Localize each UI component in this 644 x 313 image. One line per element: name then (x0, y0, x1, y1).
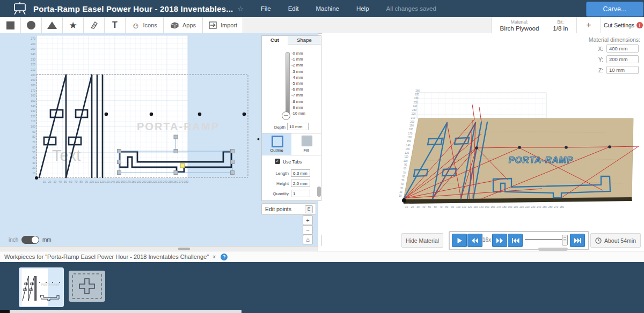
menu-edit[interactable]: Edit (288, 5, 299, 12)
tool-apps[interactable]: Apps (164, 17, 203, 33)
tool-rectangle[interactable] (0, 17, 21, 33)
tool-pen[interactable] (84, 17, 105, 33)
ruler-tick-label: 140 (31, 105, 35, 108)
use-tabs-checkbox[interactable]: ✓ (275, 159, 280, 164)
depth-input[interactable] (287, 123, 309, 130)
bottom-scrollbar-track[interactable] (10, 310, 241, 313)
ruler-tick-label: 180 (502, 206, 507, 208)
ruler-tick-label: 260 (414, 97, 419, 100)
tab-shape[interactable]: Shape (288, 36, 321, 44)
zoom-out-button[interactable]: − (303, 225, 313, 235)
ruler-tick-label: 280 (184, 180, 189, 183)
hide-material-button[interactable]: Hide Material (401, 233, 443, 248)
bottom-scrollbar[interactable] (0, 310, 644, 313)
slower-button[interactable] (467, 234, 482, 247)
ruler-tick-label: 170 (31, 89, 35, 92)
add-workpiece-button[interactable] (69, 271, 105, 302)
faster-button[interactable] (492, 234, 507, 247)
horizontal-ruler-3d: 1020304050607080901001101201301401501601… (405, 206, 564, 208)
skip-end-button[interactable] (570, 234, 585, 247)
ruler-tick-label: 10 (32, 172, 35, 175)
tool-import[interactable]: Import (203, 17, 243, 33)
ruler-tick-label: 100 (404, 160, 408, 162)
ruler-tick-label: 50 (401, 179, 405, 182)
ruler-tick-label: 220 (31, 63, 35, 66)
project-title[interactable]: Porta-Ramp Easel Power Hour - 2018 Inven… (33, 4, 233, 13)
bottom-scrollbar-thumb[interactable] (0, 310, 10, 313)
ruler-tick-label: 110 (94, 180, 99, 183)
slider-label: -2 mm (291, 62, 305, 68)
ruler-tick-label: 110 (404, 155, 408, 158)
apps-label: Apps (182, 22, 196, 28)
dim-x-input[interactable] (606, 44, 639, 53)
play-button[interactable] (452, 234, 467, 247)
tool-circle[interactable] (21, 17, 42, 33)
skip-start-button[interactable] (508, 234, 523, 247)
estimated-time-button[interactable]: About 54min (590, 233, 641, 248)
rotate-handle[interactable] (174, 135, 178, 139)
dim-y-input[interactable] (606, 55, 639, 63)
dim-z-input[interactable] (606, 66, 639, 74)
ruler-tick-label: 180 (31, 84, 35, 87)
collapse-chevron-icon[interactable]: » (211, 255, 218, 258)
favorite-star-icon[interactable]: ☆ (237, 5, 244, 13)
tool-icons[interactable]: ☺ Icons (126, 17, 164, 33)
cut-type-outline[interactable]: Outline (262, 133, 292, 155)
edit-points-button[interactable]: Edit points E (261, 203, 316, 215)
ruler-tick-label: 280 (560, 206, 564, 208)
selected-node-yellow[interactable] (180, 163, 185, 168)
watermark-text[interactable]: PORTA-RAMP (137, 121, 219, 132)
quantity-input[interactable] (291, 190, 310, 197)
height-input[interactable] (291, 180, 310, 187)
warning-badge-icon: ! (636, 22, 643, 28)
length-input[interactable] (291, 169, 310, 177)
zoom-home-button[interactable]: ⌂ (303, 235, 313, 244)
tool-star[interactable]: ★ (63, 17, 84, 33)
dim-z-label: Z: (590, 68, 603, 73)
depth-slider-track[interactable] (286, 52, 290, 118)
vertical-ruler-2d: 2702602502402302202102001901801701601501… (31, 37, 35, 175)
add-workpiece-icon (69, 271, 105, 302)
menu-help[interactable]: Help (356, 5, 369, 12)
ruler-tick-label: 160 (491, 206, 495, 208)
preview-3d[interactable]: PORTA-RAMP 10203040506070809010011012013… (322, 33, 644, 251)
ruler-tick-label: 160 (121, 180, 126, 183)
ruler-tick-label: 10 (405, 206, 408, 208)
v-scrollbar-thumb[interactable] (317, 187, 321, 197)
ruler-tick-label: 210 (31, 68, 35, 71)
ruler-tick-label: 100 (89, 180, 94, 183)
cut-settings-button[interactable]: Cut Settings ! (601, 17, 644, 33)
help-icon[interactable]: ? (221, 254, 228, 260)
workpiece-thumbnail-active[interactable]: PORTA-RAMP (19, 267, 64, 307)
ruler-tick-label: 110 (462, 206, 466, 208)
cut-type-fill[interactable]: Fill (291, 133, 321, 155)
menu-file[interactable]: File (261, 5, 271, 12)
carve-button[interactable]: Carve... (586, 2, 643, 17)
tool-text[interactable]: T (105, 17, 126, 33)
ruler-tick-label: 140 (406, 144, 411, 147)
tool-triangle[interactable] (42, 17, 63, 33)
workpieces-header[interactable]: Workpieces for "Porta-Ramp Easel Power H… (0, 251, 644, 263)
ruler-tick-label: 170 (126, 180, 131, 183)
ruler-tick-label: 130 (473, 206, 478, 208)
h-scrollbar-thumb[interactable] (178, 248, 190, 250)
add-bit-button[interactable]: + (576, 17, 601, 33)
ruler-tick-label: 260 (548, 206, 552, 208)
clock-icon (595, 237, 602, 244)
depth-slider-handle[interactable] (282, 111, 290, 120)
material-bit-selector[interactable]: Material: Birch Plywood Bit: 1/8 in (491, 17, 576, 33)
zoom-in-button[interactable]: + (303, 215, 313, 225)
origin-dot-3d (402, 198, 406, 203)
titlebar: Porta-Ramp Easel Power Hour - 2018 Inven… (0, 0, 644, 17)
text-tool-icon: T (112, 20, 118, 30)
sim-progress-handle[interactable] (562, 235, 568, 245)
ruler-tick-label: 90 (451, 206, 455, 208)
ruler-tick-label: 80 (445, 206, 449, 208)
tab-cut[interactable]: Cut (262, 36, 288, 44)
collapse-panel-arrow[interactable]: ◂ (257, 136, 259, 141)
sim-progress-track[interactable] (525, 239, 564, 240)
menu-machine[interactable]: Machine (316, 5, 339, 12)
rewind-icon (471, 237, 479, 244)
grid-plane-lines (417, 93, 546, 118)
unit-toggle[interactable] (21, 236, 39, 244)
